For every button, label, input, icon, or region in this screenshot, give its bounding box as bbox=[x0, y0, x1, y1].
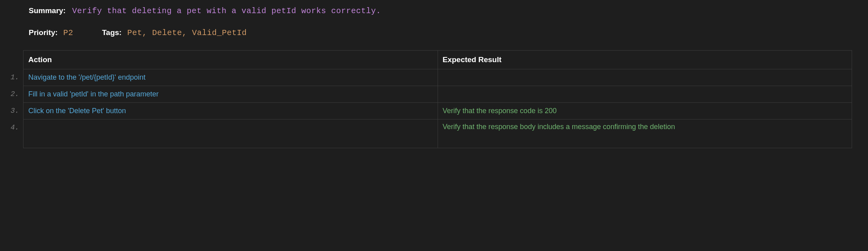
cell-action: Click on the 'Delete Pet' button bbox=[24, 103, 438, 120]
table-wrap: 1. 2. 3. 4. Action Expected Result Navig… bbox=[0, 50, 868, 148]
column-header-expected: Expected Result bbox=[438, 51, 852, 69]
test-case-panel: Summary: Verify that deleting a pet with… bbox=[0, 6, 868, 148]
steps-table: Action Expected Result Navigate to the '… bbox=[23, 50, 852, 148]
tags-label: Tags: bbox=[102, 28, 122, 37]
cell-expected: Verify that the response code is 200 bbox=[438, 103, 852, 120]
cell-expected bbox=[438, 86, 852, 103]
table-header-row: Action Expected Result bbox=[24, 51, 852, 69]
column-header-action: Action bbox=[24, 51, 438, 69]
tags-group: Tags: Pet, Delete, Valid_PetId bbox=[102, 28, 247, 37]
summary-row: Summary: Verify that deleting a pet with… bbox=[0, 6, 868, 16]
table-row: Verify that the response body includes a… bbox=[24, 120, 852, 148]
priority-group: Priority: P2 bbox=[29, 28, 73, 37]
row-number: 2. bbox=[4, 86, 19, 102]
tags-value: Pet, Delete, Valid_PetId bbox=[127, 28, 247, 37]
row-number: 4. bbox=[4, 119, 19, 136]
meta-row-secondary: Priority: P2 Tags: Pet, Delete, Valid_Pe… bbox=[0, 28, 868, 37]
table-row: Fill in a valid 'petId' in the path para… bbox=[24, 86, 852, 103]
cell-expected: Verify that the response body includes a… bbox=[438, 120, 852, 148]
row-number-gutter: 1. 2. 3. 4. bbox=[4, 50, 23, 148]
row-number: 3. bbox=[4, 102, 19, 119]
row-number: 1. bbox=[4, 69, 19, 86]
priority-label: Priority: bbox=[29, 28, 58, 37]
cell-action bbox=[24, 120, 438, 148]
table-row: Click on the 'Delete Pet' button Verify … bbox=[24, 103, 852, 120]
table-row: Navigate to the '/pet/{petId}' endpoint bbox=[24, 69, 852, 86]
summary-label: Summary: bbox=[29, 6, 66, 15]
priority-value: P2 bbox=[63, 28, 73, 37]
cell-action: Navigate to the '/pet/{petId}' endpoint bbox=[24, 69, 438, 86]
summary-value: Verify that deleting a pet with a valid … bbox=[72, 6, 381, 16]
cell-action: Fill in a valid 'petId' in the path para… bbox=[24, 86, 438, 103]
cell-expected bbox=[438, 69, 852, 86]
